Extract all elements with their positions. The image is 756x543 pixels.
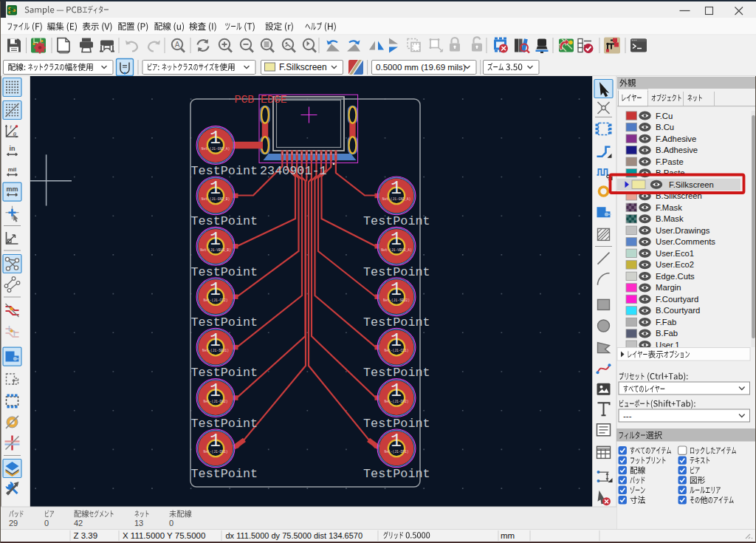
svg-text:Net-(J1-DP2): Net-(J1-DP2)	[384, 400, 408, 403]
svg-text:B.Adhesive: B.Adhesive	[656, 146, 698, 154]
svg-text:29: 29	[9, 519, 18, 527]
svg-text:F.Adhesive: F.Adhesive	[656, 134, 696, 143]
svg-text:mil: mil	[8, 166, 17, 173]
svg-text:θ: θ	[13, 131, 17, 137]
svg-text:r: r	[10, 123, 13, 130]
svg-text:---: ---	[623, 411, 632, 420]
svg-text:Net-(J1-DP1): Net-(J1-DP1)	[384, 450, 408, 454]
svg-text:F.Fab: F.Fab	[656, 318, 676, 327]
svg-text:Edge.Cuts: Edge.Cuts	[656, 272, 695, 281]
svg-text:13: 13	[134, 519, 143, 527]
svg-text:F.Paste: F.Paste	[656, 157, 684, 166]
svg-text:0: 0	[169, 519, 173, 527]
svg-text:User.Comments: User.Comments	[656, 237, 715, 246]
svg-text:F.Cu: F.Cu	[656, 112, 673, 120]
svg-text:mm: mm	[6, 185, 18, 193]
svg-text:F.Mask: F.Mask	[656, 203, 682, 212]
svg-text:Net-(J1-SBU2): Net-(J1-SBU2)	[383, 298, 410, 302]
svg-text:User.Eco1: User.Eco1	[656, 249, 694, 258]
svg-text:Z 3.39: Z 3.39	[74, 531, 98, 540]
svg-text:B.Mask: B.Mask	[656, 214, 684, 223]
svg-text:Net-(J1-GND_B): Net-(J1-GND_B)	[202, 197, 230, 201]
svg-text:F.Courtyard: F.Courtyard	[656, 295, 698, 304]
svg-text:1: 1	[210, 178, 221, 199]
svg-text:TestPoint: TestPoint	[191, 164, 258, 178]
svg-text:Margin: Margin	[656, 283, 681, 292]
svg-text:A: A	[175, 41, 180, 49]
svg-text:1: 1	[391, 380, 402, 402]
svg-text:B.Courtyard: B.Courtyard	[656, 306, 700, 315]
svg-text:Net-(J1-CC1): Net-(J1-CC1)	[384, 349, 408, 352]
svg-text:1: 1	[210, 431, 221, 452]
svg-text:1: 1	[391, 279, 402, 301]
svg-text:dx 111.5000 dy 75.5000 dist: dx 111.5000 dy 75.5000 dist 134.6570	[226, 531, 363, 540]
svg-text:in: in	[10, 145, 16, 152]
svg-text:1: 1	[391, 330, 402, 352]
svg-text:B.Fab: B.Fab	[656, 329, 678, 338]
svg-text:1: 1	[210, 128, 221, 149]
svg-text:User.Drawings: User.Drawings	[656, 226, 710, 235]
svg-text:1: 1	[210, 380, 221, 402]
svg-text:B.Cu: B.Cu	[656, 123, 674, 132]
svg-text:TestPoint: TestPoint	[191, 417, 258, 431]
svg-text:X 111.5000 Y 75.5000: X 111.5000 Y 75.5000	[123, 531, 205, 540]
svg-text:TestPoint: TestPoint	[363, 265, 430, 279]
svg-text:Net-(J1-GND_A): Net-(J1-GND_A)	[202, 147, 230, 151]
svg-text:Net-(J1-VBUS_B): Net-(J1-VBUS_B)	[200, 248, 230, 252]
svg-text:mm: mm	[501, 531, 515, 540]
svg-text:F.Silkscreen: F.Silkscreen	[669, 180, 714, 189]
svg-text:TestPoint: TestPoint	[363, 417, 430, 431]
svg-text:Net-(J1-VBUS_A): Net-(J1-VBUS_A)	[381, 248, 411, 252]
svg-text:TestPoint: TestPoint	[191, 315, 258, 329]
svg-text:Net-(J1-DN1): Net-(J1-DN1)	[203, 450, 227, 454]
svg-text:2340901-1: 2340901-1	[260, 164, 327, 178]
svg-text:TestPoint: TestPoint	[363, 366, 430, 380]
svg-text:Net-(J1-DN2): Net-(J1-DN2)	[203, 400, 227, 403]
svg-text:TestPoint: TestPoint	[363, 315, 430, 329]
svg-text:1: 1	[391, 229, 402, 250]
svg-text:TestPoint: TestPoint	[363, 467, 430, 481]
svg-text:1: 1	[391, 178, 402, 199]
svg-text:1: 1	[210, 279, 221, 301]
svg-text:Net-(J1-SBU1): Net-(J1-SBU1)	[202, 349, 229, 352]
svg-text:User.Eco2: User.Eco2	[656, 260, 694, 269]
svg-text:F.Silkscreen: F.Silkscreen	[279, 62, 327, 72]
svg-text:TestPoint: TestPoint	[363, 214, 430, 228]
svg-text:1: 1	[210, 330, 221, 352]
svg-text:0: 0	[44, 519, 49, 527]
svg-text:PCB EDGE: PCB EDGE	[235, 94, 287, 106]
svg-text:TestPoint: TestPoint	[191, 467, 258, 481]
svg-text:1: 1	[210, 229, 221, 250]
svg-text:1: 1	[391, 431, 402, 452]
svg-text:TestPoint: TestPoint	[191, 265, 258, 279]
svg-text:Net-(J1-GND_A): Net-(J1-GND_A)	[382, 197, 411, 201]
svg-text:Net-(J1-CC2): Net-(J1-CC2)	[203, 298, 227, 302]
svg-text:TestPoint: TestPoint	[191, 366, 258, 380]
svg-text:42: 42	[74, 519, 83, 527]
svg-text:TestPoint: TestPoint	[191, 214, 258, 228]
svg-text:0.5000 mm (19.69 mils): 0.5000 mm (19.69 mils)	[376, 62, 466, 72]
